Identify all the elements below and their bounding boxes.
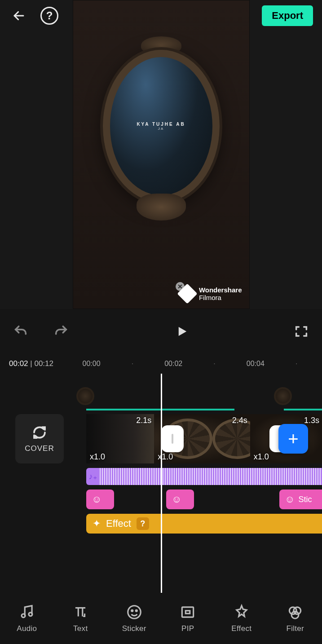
video-preview-area: KYA TUJHE AB JA ✕ Wondershare Filmora xyxy=(0,0,322,309)
sticker-label: Stic xyxy=(298,495,312,504)
plus-icon: + xyxy=(288,429,298,449)
tool-text[interactable]: Text xyxy=(54,593,108,644)
sticker-face-icon: ☺ xyxy=(172,494,181,505)
redo-button[interactable] xyxy=(51,322,71,341)
export-button[interactable]: Export xyxy=(262,5,313,26)
svg-point-2 xyxy=(22,614,25,618)
playhead[interactable] xyxy=(161,374,162,593)
marker-line xyxy=(86,409,234,410)
text-icon xyxy=(72,604,89,621)
svg-point-11 xyxy=(291,611,299,618)
preview-canvas[interactable]: KYA TUJHE AB JA ✕ Wondershare Filmora xyxy=(73,0,249,309)
tool-effect[interactable]: Effect xyxy=(215,593,269,644)
pip-icon xyxy=(179,604,196,621)
effect-icon xyxy=(233,604,250,621)
tool-pip[interactable]: PIP xyxy=(161,593,215,644)
timeline-ruler[interactable]: 00:00 · 00:02 · 00:04 · xyxy=(67,360,313,368)
sticker-clip[interactable]: ☺ Stic xyxy=(279,490,322,509)
svg-point-5 xyxy=(131,610,132,611)
clip-marker[interactable] xyxy=(274,387,292,405)
sticker-clip[interactable]: ☺ xyxy=(86,490,114,509)
bottom-toolbar: Audio Text Sticker PIP Effect Filter xyxy=(0,593,322,644)
svg-point-4 xyxy=(128,606,141,619)
sparkle-icon: ✦ xyxy=(93,518,101,529)
tool-sticker[interactable]: Sticker xyxy=(107,593,161,644)
svg-point-6 xyxy=(136,610,137,611)
clip-duration: 1.3s xyxy=(304,416,319,425)
video-clip[interactable]: 2.1s x1.0 xyxy=(86,414,154,463)
undo-button[interactable] xyxy=(11,322,31,341)
marker-row xyxy=(72,387,322,405)
audio-waveform xyxy=(100,468,322,485)
audio-icon xyxy=(18,604,35,621)
clip-speed: x1.0 xyxy=(254,452,269,462)
sticker-icon xyxy=(126,604,143,621)
marker-line xyxy=(284,409,322,410)
fullscreen-button[interactable] xyxy=(291,322,311,341)
preview-overlay-text: KYA TUJHE AB JA xyxy=(137,122,185,131)
effect-help-badge[interactable]: ? xyxy=(137,517,149,530)
sticker-face-icon: ☺ xyxy=(92,494,101,505)
clip-duration: 2.4s xyxy=(232,416,247,425)
tool-filter[interactable]: Filter xyxy=(269,593,322,644)
clip-duration: 2.1s xyxy=(136,416,151,425)
cover-button[interactable]: COVER xyxy=(15,414,64,463)
clip-speed: x1.0 xyxy=(90,452,105,462)
svg-rect-0 xyxy=(172,434,173,444)
filter-icon xyxy=(287,604,304,621)
tool-audio[interactable]: Audio xyxy=(0,593,54,644)
transition-handle[interactable] xyxy=(161,425,184,452)
add-clip-button[interactable]: + xyxy=(278,424,308,454)
sticker-clip[interactable]: ☺ xyxy=(166,490,194,509)
svg-rect-8 xyxy=(186,611,190,613)
audio-track[interactable]: ♪₊ xyxy=(86,468,322,485)
sticker-face-icon: ☺ xyxy=(285,494,295,505)
clip-marker[interactable] xyxy=(76,387,94,405)
preview-content: KYA TUJHE AB JA xyxy=(103,50,220,203)
help-icon: ? xyxy=(46,9,53,22)
watermark[interactable]: ✕ Wondershare Filmora xyxy=(180,286,242,301)
music-note-icon: ♪₊ xyxy=(86,472,100,481)
cover-label: COVER xyxy=(25,444,54,453)
refresh-icon xyxy=(31,424,48,441)
svg-rect-7 xyxy=(182,607,194,617)
effect-clip[interactable]: ✦ Effect ? xyxy=(86,514,322,534)
timeline[interactable]: COVER 2.1s x1.0 2.4s x1.0 1.3s x1.0 xyxy=(0,374,322,593)
play-button[interactable] xyxy=(172,322,191,341)
back-button[interactable] xyxy=(9,6,29,26)
clip-speed: x1.0 xyxy=(158,452,173,462)
watermark-text: Wondershare Filmora xyxy=(199,286,242,301)
help-button[interactable]: ? xyxy=(40,7,58,25)
effect-label: Effect xyxy=(106,518,131,529)
svg-point-3 xyxy=(29,613,32,616)
timecode-display: 00:02 | 00:12 xyxy=(9,359,53,368)
